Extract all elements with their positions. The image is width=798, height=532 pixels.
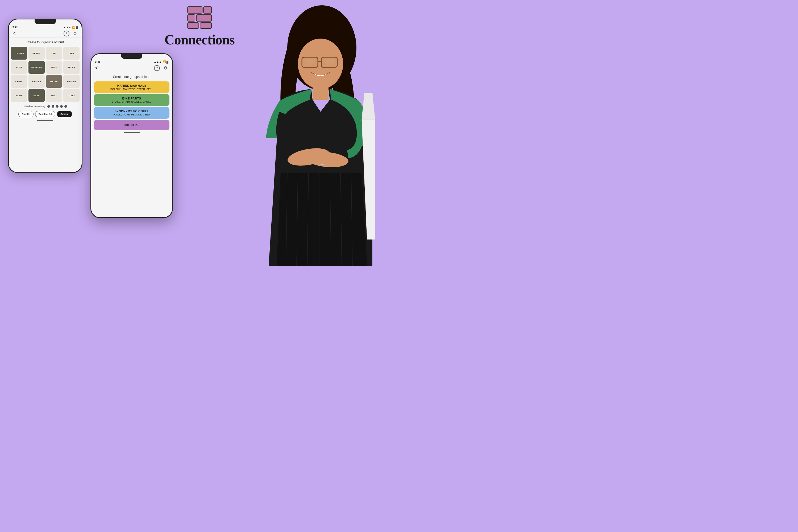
card-marine-mammals[interactable]: MARINE MAMMALS DOLPHIN, MANATEE, OTTER, …	[94, 81, 169, 93]
svg-rect-24	[321, 164, 324, 165]
dot-1	[48, 105, 50, 108]
phone-left-back-button[interactable]: <	[13, 30, 16, 36]
svg-point-12	[305, 58, 315, 65]
phone-left-status-icons: ▲▲▲ 📶 ▓	[63, 26, 78, 29]
phone-left-notch	[35, 19, 56, 24]
phone-right-back-button[interactable]: <	[95, 65, 98, 71]
svg-rect-1	[204, 7, 211, 13]
settings-icon[interactable]: ⚙	[72, 31, 78, 36]
card-marine-mammals-subtitle: DOLPHIN, MANATEE, OTTER, SEAL	[97, 88, 166, 91]
phone-left-subtitle: Create four groups of four!	[9, 38, 82, 46]
wifi-icon: 📶	[72, 26, 75, 29]
dot-2	[52, 105, 54, 108]
phone-right: 9:41 ▲▲▲ 📶 ▓ < ? ⚙ Create four groups of…	[91, 53, 173, 218]
cell-seal[interactable]: SEAL	[28, 89, 45, 102]
phone-left-game-grid: DOLPHIN BRAKE CUB CHIN MOVE MANATEE VEND…	[9, 46, 82, 103]
phone-left-status-bar: 9:41 ▲▲▲ 📶 ▓	[9, 24, 82, 29]
cell-otter[interactable]: OTTER	[46, 75, 62, 88]
cell-vend[interactable]: VEND	[46, 61, 62, 74]
svg-point-8	[298, 39, 343, 89]
phone-right-nav: < ? ⚙	[91, 64, 172, 72]
phone-left: 9:41 ▲▲▲ 📶 ▓ < ? ⚙ Create four groups of…	[8, 19, 82, 173]
home-indicator-right	[124, 132, 140, 133]
card-synonyms-sell-title: SYNONYMS FOR SELL	[97, 110, 166, 113]
battery-icon: ▓	[76, 26, 78, 29]
phone-right-status-bar: 9:41 ▲▲▲ 📶 ▓	[91, 59, 172, 64]
home-indicator-left	[37, 120, 53, 121]
card-country[interactable]: COUNTR...	[94, 120, 169, 130]
mistakes-remaining: Mistakes Remaining:	[9, 103, 82, 110]
help-icon[interactable]: ?	[63, 31, 70, 36]
card-synonyms-sell-subtitle: HAWK, MOVE, PEDDLE, VEND	[97, 113, 166, 116]
card-country-title: COUNTR...	[97, 124, 166, 127]
person-svg	[240, 0, 399, 266]
cell-move[interactable]: MOVE	[11, 61, 27, 74]
phone-right-notch	[121, 54, 142, 59]
card-marine-mammals-title: MARINE MAMMALS	[97, 84, 166, 87]
cell-manatee[interactable]: MANATEE	[28, 61, 45, 74]
svg-rect-4	[188, 23, 199, 28]
cell-hawk[interactable]: HAWK	[11, 89, 27, 102]
svg-rect-14	[312, 87, 328, 100]
phone-left-time: 9:41	[13, 26, 18, 29]
app-title: Connections	[165, 32, 234, 48]
battery-icon-right: ▓	[167, 60, 168, 63]
phone-left-nav: < ? ⚙	[9, 29, 82, 38]
card-bike-parts-title: BIKE PARTS	[97, 97, 166, 100]
svg-rect-5	[200, 23, 211, 28]
cell-dolphin[interactable]: DOLPHIN	[11, 47, 27, 60]
svg-rect-3	[196, 15, 211, 21]
cell-brake[interactable]: BRAKE	[28, 47, 45, 60]
signal-icon-right: ▲▲▲	[154, 60, 162, 63]
logo-area: Connections	[165, 5, 234, 48]
dot-5	[64, 105, 67, 108]
dot-3	[56, 105, 58, 108]
deselect-all-button[interactable]: Deselect All	[35, 111, 56, 117]
shuffle-button[interactable]: Shuffle	[18, 111, 34, 117]
dot-4	[60, 105, 63, 108]
connections-icon	[186, 5, 213, 29]
settings-icon-right[interactable]: ⚙	[163, 65, 168, 71]
submit-button[interactable]: Submit	[57, 111, 72, 117]
wifi-icon-right: 📶	[163, 60, 166, 63]
card-bike-parts-subtitle: BRAKE, CHAIN, SADDLE, SPOKE	[97, 100, 166, 103]
svg-point-13	[324, 58, 334, 65]
phone-right-subtitle: Create four groups of four!	[91, 72, 172, 80]
card-synonyms-sell[interactable]: SYNONYMS FOR SELL HAWK, MOVE, PEDDLE, VE…	[94, 107, 169, 119]
phone-left-nav-icons: ? ⚙	[63, 31, 78, 36]
signal-icon: ▲▲▲	[63, 26, 71, 29]
cell-chain[interactable]: CHAIN	[11, 75, 27, 88]
help-icon-right[interactable]: ?	[154, 65, 160, 71]
phone-right-time: 9:41	[95, 60, 100, 63]
svg-rect-25	[324, 166, 327, 167]
cell-spoke[interactable]: SPOKE	[63, 61, 79, 74]
mistakes-label: Mistakes Remaining:	[23, 105, 46, 108]
phone-right-nav-icons: ? ⚙	[154, 65, 168, 71]
person-image-area	[240, 0, 399, 266]
cell-malt[interactable]: MALT	[46, 89, 62, 102]
cell-tong[interactable]: TONG	[63, 89, 79, 102]
cell-peddle[interactable]: PEDDLE	[63, 75, 79, 88]
phone-right-status-icons: ▲▲▲ 📶 ▓	[154, 60, 168, 63]
phone-left-buttons: Shuffle Deselect All Submit	[9, 110, 82, 118]
cell-chin[interactable]: CHIN	[63, 47, 79, 60]
svg-rect-2	[188, 15, 195, 21]
cell-cub[interactable]: CUB	[46, 47, 62, 60]
cell-saddle[interactable]: SADDLE	[28, 75, 45, 88]
svg-rect-0	[188, 7, 202, 13]
card-bike-parts[interactable]: BIKE PARTS BRAKE, CHAIN, SADDLE, SPOKE	[94, 94, 169, 106]
